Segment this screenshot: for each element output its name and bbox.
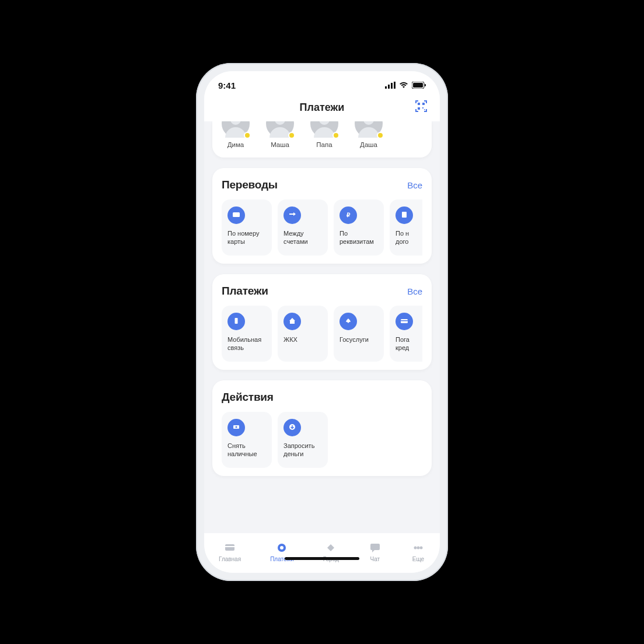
svg-rect-0 [385,86,387,89]
page-title: Платежи [300,102,345,114]
tab-more[interactable]: Еще [411,541,425,562]
svg-rect-8 [422,103,425,105]
qr-scan-button[interactable] [413,99,429,116]
document-icon [400,211,408,220]
svg-rect-1 [388,85,390,89]
contact-papa[interactable]: Папа [310,121,338,148]
tab-label: Чат [370,556,380,562]
transfers-title: Переводы [222,178,278,191]
more-icon [411,541,425,555]
battery-icon [412,80,426,90]
contact-name: Даша [360,141,377,148]
status-dot-icon [332,132,338,138]
screen: 9:41 Платежи [204,71,440,573]
contact-dima[interactable]: Дима [222,121,250,148]
payment-utilities[interactable]: ЖКХ [278,306,328,362]
tile-label: Снять наличные [228,442,266,459]
status-time: 9:41 [218,80,236,90]
swap-icon [288,211,296,220]
tile-label: Пога кред [396,336,422,352]
svg-point-28 [419,546,422,549]
transfers-row[interactable]: По номеру карты Между счетами ₽ По рекви… [222,200,422,256]
card-icon [232,211,240,220]
contact-masha[interactable]: Маша [266,121,294,148]
tile-label: По н дого [396,230,422,246]
svg-rect-11 [424,109,425,110]
tab-label: Главная [219,556,241,562]
ruble-icon: ₽ [344,211,352,220]
payments-icon [275,541,289,555]
status-dot-icon [288,132,294,138]
svg-rect-5 [413,83,423,88]
eagle-icon [344,317,352,327]
wifi-icon [399,80,408,90]
tile-label: Между счетами [284,230,322,246]
transfer-by-card-number[interactable]: По номеру карты [222,200,272,256]
payment-gosuslugi[interactable]: Госуслуги [334,306,384,362]
tile-label: Госуслуги [340,336,378,344]
transfers-all-link[interactable]: Все [407,180,422,190]
svg-rect-15 [235,318,238,324]
svg-point-24 [280,546,284,550]
svg-rect-14 [402,212,407,218]
payments-section: Платежи Все Мобильная связь ЖКХ Госуслуг… [212,274,432,370]
svg-point-26 [414,546,416,549]
tab-chat[interactable]: Чат [368,541,382,562]
tile-label: По реквизитам [340,230,378,246]
contact-dasha[interactable]: Даша [355,121,383,148]
svg-point-27 [416,546,419,549]
svg-rect-12 [233,212,240,217]
action-withdraw-cash[interactable]: Снять наличные [222,412,272,468]
status-bar: 9:41 [204,71,440,93]
payments-title: Платежи [222,285,268,298]
city-icon [324,541,338,555]
status-dot-icon [377,132,383,138]
cash-icon [232,423,240,433]
payment-mobile[interactable]: Мобильная связь [222,306,272,362]
actions-title: Действия [222,391,274,404]
home-icon [223,541,237,555]
payment-repay-credit[interactable]: Пога кред [390,306,422,362]
actions-row: Снять наличные Запросить деньги [222,412,422,468]
contact-name: Дима [228,141,244,148]
transfer-between-accounts[interactable]: Между счетами [278,200,328,256]
qr-icon [414,99,428,116]
payments-all-link[interactable]: Все [407,286,422,296]
actions-section: Действия Снять наличные Запросить деньги [212,380,432,476]
chat-icon [368,541,382,555]
svg-rect-22 [225,546,235,547]
transfer-by-requisites[interactable]: ₽ По реквизитам [334,200,384,256]
tab-main[interactable]: Главная [219,541,241,562]
status-dot-icon [244,132,250,138]
contact-name: Маша [271,141,289,148]
svg-rect-21 [225,544,235,551]
phone-frame: 9:41 Платежи [196,63,448,581]
phone-icon [232,317,240,327]
download-icon [288,423,296,433]
tile-label: Запросить деньги [284,442,322,459]
svg-rect-25 [370,544,380,550]
tab-bar: Главная Платежи Город Чат Еще [204,533,440,573]
svg-rect-7 [418,103,420,105]
house-icon [288,317,296,327]
action-request-money[interactable]: Запросить деньги [278,412,328,468]
tile-label: Мобильная связь [228,336,266,352]
tab-label: Еще [412,556,424,562]
contacts-row: Дима Маша Папа Даша [222,121,422,148]
payments-row[interactable]: Мобильная связь ЖКХ Госуслуги Пога кред [222,306,422,362]
content[interactable]: Дима Маша Папа Даша [204,121,440,533]
contact-name: Папа [316,141,332,148]
svg-text:₽: ₽ [346,211,351,218]
contacts-card: Дима Маша Папа Даша [212,121,432,158]
transfer-by-contract[interactable]: По н дого [390,200,422,256]
svg-rect-6 [425,84,426,86]
navbar: Платежи [204,93,440,121]
svg-rect-3 [394,82,396,89]
status-icons [385,80,426,90]
cellular-icon [385,80,396,90]
tile-label: ЖКХ [284,336,322,344]
home-indicator[interactable] [285,557,359,560]
svg-rect-10 [422,107,424,108]
credit-card-icon [400,317,408,327]
tile-label: По номеру карты [228,230,266,246]
